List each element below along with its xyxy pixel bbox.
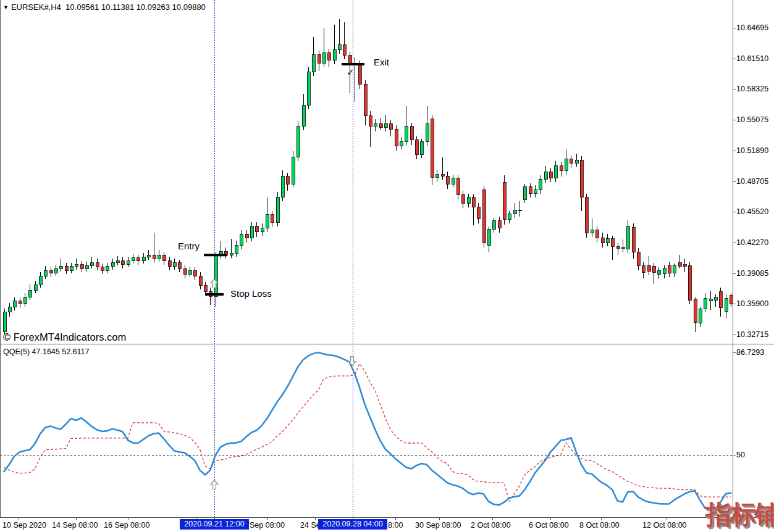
candle-bear <box>255 227 258 232</box>
candle-bull <box>132 258 135 261</box>
candle-bear <box>364 85 367 116</box>
time-axis-label: 10 Sep 2020 <box>2 520 46 530</box>
candle-bull <box>59 266 62 268</box>
candle-bull <box>127 261 130 265</box>
up-arrow-icon[interactable] <box>211 480 218 489</box>
candle-bull <box>188 270 191 274</box>
candle-bull <box>426 123 429 142</box>
candle-bull <box>725 298 728 312</box>
candle-bull <box>405 127 408 142</box>
candle-bull <box>626 227 629 249</box>
candle-bull <box>508 214 511 219</box>
candle-bear <box>461 194 465 203</box>
indicator-values: 47.1645 52.6117 <box>32 347 90 356</box>
entry-label[interactable]: Entry <box>178 241 200 251</box>
candle-bear <box>395 130 398 146</box>
exit-label[interactable]: Exit <box>374 57 389 67</box>
candle-bear <box>688 265 691 300</box>
candle-bear <box>560 166 563 171</box>
candle-bull <box>240 234 243 246</box>
candle-bear <box>286 177 289 184</box>
candle-bull <box>591 230 594 233</box>
candle-bull <box>39 276 42 285</box>
check-icon[interactable]: ✓ <box>347 67 355 78</box>
candle-bear <box>348 56 351 63</box>
candle-bull <box>281 177 284 197</box>
candle-bull <box>302 106 305 127</box>
indicator-name: QQE(5) <box>3 347 30 356</box>
candle-bear <box>49 270 53 273</box>
candle-bear <box>529 187 532 194</box>
candle-bull <box>621 247 625 249</box>
candle-bear <box>101 267 104 270</box>
candle-bull <box>657 270 660 274</box>
candle-bear <box>611 239 614 246</box>
candle-bull <box>44 270 47 276</box>
candle-bull <box>374 123 377 127</box>
candle-bull <box>554 166 557 178</box>
indicator-axis-label: 50 <box>736 450 745 460</box>
candle-bull <box>230 253 233 255</box>
candle-bear <box>601 238 604 243</box>
candle-bull <box>492 220 495 229</box>
candle-bull <box>338 45 341 50</box>
candle-bull <box>111 263 114 266</box>
candle-bull <box>75 265 78 266</box>
candle-bull <box>307 72 310 105</box>
candle-bear <box>580 160 583 197</box>
candle-bear <box>570 159 573 163</box>
site-watermark: 指标铺 <box>705 497 774 532</box>
qqe-signal-line[interactable] <box>4 364 731 501</box>
candle-bear <box>137 258 140 261</box>
candle-bull <box>606 239 609 243</box>
candle-bear <box>121 261 124 265</box>
chart-canvas[interactable] <box>0 0 774 532</box>
candle-bear <box>694 299 697 322</box>
candle-bull <box>452 178 455 184</box>
candle-bear <box>637 252 640 266</box>
indicator-header: QQE(5) 47.1645 52.6117 <box>3 347 89 356</box>
symbol-dropdown-icon[interactable]: ▼ <box>3 4 9 10</box>
chart-window: ▼EURSEK#,H4 10.09561 10.11381 10.09263 1… <box>0 0 774 532</box>
candle-bear <box>498 220 501 228</box>
candle-bear <box>96 263 99 267</box>
candle-bull <box>13 301 16 307</box>
time-axis-label: 8:00 <box>388 520 403 530</box>
candle-bear <box>162 255 166 260</box>
copyright-watermark: © ForexMT4Indicators.com <box>3 331 126 343</box>
candlestick-series <box>3 19 733 335</box>
ohlc-quote: 10.09561 10.11381 10.09263 10.09880 <box>65 2 206 12</box>
candle-bear <box>585 197 588 233</box>
candle-bull <box>709 299 712 301</box>
candle-bear <box>456 178 460 194</box>
candle-bull <box>173 263 176 267</box>
stop-loss-label[interactable]: Stop Loss <box>230 288 272 299</box>
candle-bull <box>3 312 6 332</box>
candle-bull <box>147 255 150 257</box>
candle-bear <box>518 210 521 211</box>
time-axis-label: 16 Sep 08:00 <box>104 520 149 530</box>
candle-bear <box>80 265 83 268</box>
candle-bear <box>632 227 635 252</box>
time-axis-label: 6 Oct 08:00 <box>529 520 569 530</box>
candle-bear <box>668 265 671 273</box>
candle-bull <box>261 228 264 232</box>
candle-bull <box>699 309 702 323</box>
candle-bull <box>420 142 423 154</box>
price-axis-label: 10.32715 <box>736 330 773 339</box>
candle-bear <box>477 207 480 219</box>
candle-bear <box>168 261 171 267</box>
candle-bear <box>683 265 686 266</box>
price-axis-label: 10.48705 <box>736 177 773 186</box>
candle-bear <box>647 265 650 271</box>
candle-bear <box>441 175 444 176</box>
price-axis-label: 10.55075 <box>736 115 773 125</box>
candle-bear <box>199 276 202 286</box>
candle-bear <box>65 266 68 270</box>
candle-bull <box>142 257 145 260</box>
candle-bear <box>183 268 187 274</box>
candle-bull <box>85 265 88 268</box>
candle-bull <box>266 215 269 228</box>
candle-bull <box>235 246 238 253</box>
candle-bull <box>487 229 490 245</box>
